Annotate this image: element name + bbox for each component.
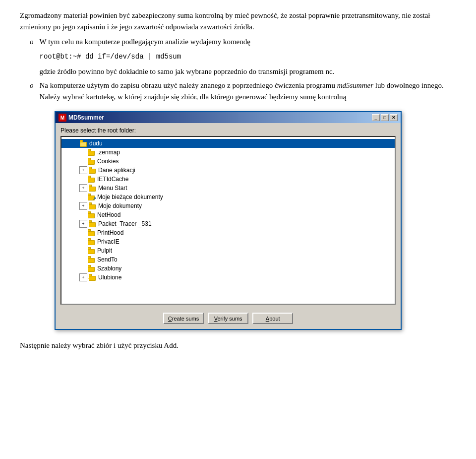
dialog-titlebar: M MD5summer _ □ ✕: [56, 112, 401, 123]
spacer: [63, 148, 71, 156]
tree-label-sendto: SendTo: [97, 256, 118, 263]
tree-label-mojebiezace: Moje bieżące dokumenty: [97, 194, 163, 200]
tree-item-ietldcache[interactable]: IETIdCache: [61, 175, 395, 184]
folder-label: Please select the root folder:: [60, 127, 396, 134]
tree-label-menustart: Menu Start: [98, 185, 127, 192]
expand-mojedokumenty[interactable]: +: [79, 202, 87, 210]
dialog-body: Please select the root folder: dudu: [56, 123, 401, 309]
tree-item-ulubione[interactable]: + ★ Ulubione: [61, 273, 395, 282]
tree-item-sendto[interactable]: SendTo: [61, 255, 395, 264]
create-underline: C: [168, 316, 172, 322]
folder-icon-mojebiezace: ↗: [87, 194, 95, 200]
tree-label-privacie: PrivacIE: [97, 238, 119, 245]
tree-label-mojedokumenty: Moje dokumenty: [98, 202, 142, 209]
folder-icon-szablony: [87, 265, 95, 272]
tree-item-pulpit[interactable]: Pulpit: [61, 246, 395, 255]
bullet-content-2: Na komputerze użytym do zapisu obrazu uż…: [40, 80, 457, 102]
folder-icon-menustart: [88, 185, 96, 192]
expand-menustart[interactable]: +: [79, 184, 87, 192]
spacer3: [79, 148, 87, 156]
tree-inner: dudu .zenmap: [61, 137, 395, 284]
tree-label-ulubione: Ulubione: [98, 274, 121, 281]
tree-item-privacie[interactable]: PrivacIE: [61, 237, 395, 246]
bullet-text-after-1: gdzie źródło powinno być dokładnie to sa…: [40, 67, 335, 75]
folder-icon-cookies: [87, 158, 95, 165]
bottom-text: Następnie należy wybrać zbiór i użyć prz…: [20, 340, 456, 351]
tree-label-ietldcache: IETIdCache: [97, 176, 128, 183]
create-sums-button[interactable]: Create sums: [163, 313, 204, 324]
tree-item-nethood[interactable]: NetHood: [61, 210, 395, 219]
tree-label-cookies: Cookies: [97, 158, 119, 165]
md5summer-dialog: M MD5summer _ □ ✕ Please select the root…: [55, 111, 402, 330]
tree-label-packettracer: Packet_Tracer _531: [98, 220, 152, 227]
tree-label-nethood: NetHood: [97, 211, 120, 218]
tree-label-dudu: dudu: [89, 140, 103, 147]
dialog-footer: Create sums Verify sums About: [56, 309, 401, 329]
about-button[interactable]: About: [252, 313, 293, 324]
code-block: root@bt:~# dd if=/dev/sda | md5sum: [40, 52, 181, 62]
spacer: [63, 139, 71, 147]
bullet-marker-1: o: [30, 36, 34, 48]
folder-icon-sendto: [87, 256, 95, 263]
tree-item-packettracer[interactable]: + Packet_Tracer _531: [61, 219, 395, 228]
titlebar-left: M MD5summer: [59, 114, 104, 122]
folder-icon-mojedokumenty: [88, 202, 96, 209]
folder-open-icon-dudu: [79, 140, 87, 147]
about-underline: A: [266, 316, 269, 322]
tree-item-zenmap[interactable]: .zenmap: [61, 148, 395, 157]
close-button[interactable]: ✕: [390, 114, 398, 121]
folder-icon-packettracer: [88, 220, 96, 227]
tree-item-menustart[interactable]: + Menu Start: [61, 184, 395, 193]
bullet-text-before-1: W tym celu na komputerze podlegającym an…: [40, 38, 250, 46]
expand-packettracer[interactable]: +: [79, 220, 87, 228]
folder-icon-nethood: [87, 211, 95, 218]
tree-label-zenmap: .zenmap: [97, 149, 120, 156]
folder-icon-ulubione: ★: [88, 274, 96, 281]
bullet-marker-2: o: [30, 80, 34, 91]
tree-item-mojebiezace[interactable]: ↗ Moje bieżące dokumenty: [61, 193, 395, 201]
verify-underline: V: [214, 316, 218, 322]
tree-item-mojedokumenty[interactable]: + Moje dokumenty: [61, 201, 395, 210]
expand-daneaplikacji[interactable]: +: [79, 166, 87, 174]
tree-item-cookies[interactable]: Cookies: [61, 157, 395, 166]
window-controls[interactable]: _ □ ✕: [372, 114, 398, 121]
bullet-content-1: W tym celu na komputerze podlegającym an…: [40, 36, 457, 77]
folder-icon-daneaplikacji: [88, 167, 96, 174]
folder-tree[interactable]: dudu .zenmap: [60, 136, 396, 305]
tree-item-szablony[interactable]: Szablony: [61, 264, 395, 273]
tree-label-printhood: PrintHood: [97, 229, 123, 236]
bullet-item-2: o Na komputerze użytym do zapisu obrazu …: [30, 80, 456, 102]
tree-item-printhood[interactable]: PrintHood: [61, 228, 395, 237]
tree-item-dudu[interactable]: dudu: [61, 139, 395, 148]
bullet-item-1: o W tym celu na komputerze podlegającym …: [30, 36, 456, 77]
folder-icon-printhood: [87, 229, 95, 236]
folder-icon-privacie: [87, 238, 95, 245]
tree-item-daneaplikacji[interactable]: + Dane aplikacji: [61, 166, 395, 175]
spacer2: [71, 139, 79, 147]
spacer2: [71, 148, 79, 156]
tree-label-szablony: Szablony: [97, 265, 121, 272]
minimize-button[interactable]: _: [372, 114, 380, 121]
line-before-dialog: Należy wybrać kartotekę, w której znajdu…: [40, 93, 347, 101]
verify-sums-button[interactable]: Verify sums: [208, 313, 248, 324]
app-icon: M: [59, 114, 66, 122]
paragraph1: Zgromadzony materiał powinien być zabezp…: [20, 10, 456, 32]
bullet-text-before-2: Na komputerze użytym do zapisu obrazu uż…: [40, 81, 337, 89]
maximize-button[interactable]: □: [381, 114, 389, 121]
folder-icon-ietldcache: [87, 176, 95, 183]
dialog-title: MD5summer: [68, 114, 104, 121]
tree-label-daneaplikacji: Dane aplikacji: [98, 167, 135, 174]
italic-md5summer: md5summer: [337, 81, 373, 89]
folder-icon-zenmap: [87, 149, 95, 156]
bullet-text-after-2: lub dowolnego innego.: [373, 81, 444, 89]
expand-ulubione[interactable]: +: [79, 273, 87, 281]
folder-icon-pulpit: [87, 247, 95, 254]
tree-label-pulpit: Pulpit: [97, 247, 112, 254]
